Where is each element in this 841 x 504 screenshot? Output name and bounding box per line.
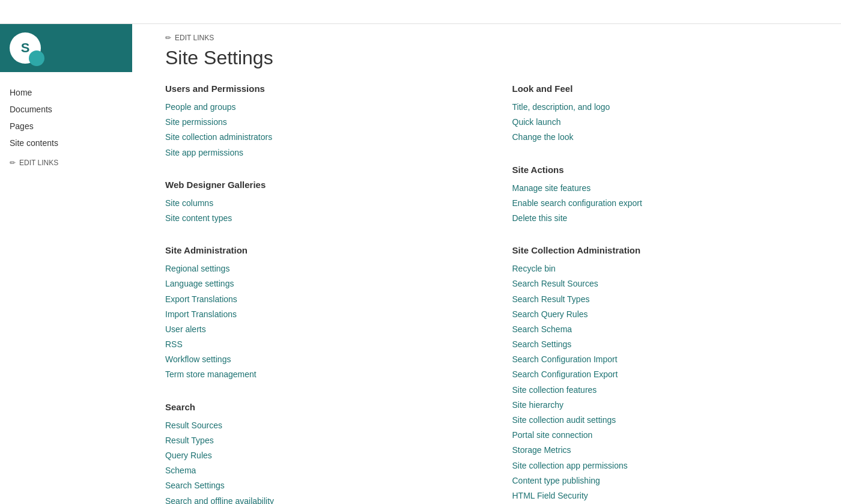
sidebar-nav: HomeDocumentsPagesSite contents [0, 84, 147, 151]
link-search-and-offline-availability[interactable]: Search and offline availability [165, 494, 476, 504]
link-rss[interactable]: RSS [165, 337, 476, 352]
main-content: ✏ EDIT LINKS Site Settings Users and Per… [147, 24, 841, 504]
sidebar: S HomeDocumentsPagesSite contents ✏ EDIT… [0, 24, 147, 504]
section-title: Web Designer Galleries [165, 180, 476, 190]
link-regional-settings[interactable]: Regional settings [165, 261, 476, 276]
section-links: People and groupsSite permissionsSite co… [165, 100, 476, 160]
settings-right-column: Look and FeelTitle, description, and log… [512, 83, 824, 504]
link-site-hierarchy[interactable]: Site hierarchy [512, 398, 824, 413]
sidebar-edit-links-label: EDIT LINKS [19, 159, 58, 167]
section-links: Recycle binSearch Result SourcesSearch R… [512, 261, 824, 504]
link-site-columns[interactable]: Site columns [165, 196, 476, 211]
link-result-types[interactable]: Result Types [165, 433, 476, 448]
top-bar [0, 0, 841, 24]
link-search-configuration-import[interactable]: Search Configuration Import [512, 352, 824, 367]
section-links: Manage site featuresEnable search config… [512, 181, 824, 226]
link-result-sources[interactable]: Result Sources [165, 418, 476, 433]
link-site-content-types[interactable]: Site content types [165, 211, 476, 226]
link-site-collection-audit-settings[interactable]: Site collection audit settings [512, 413, 824, 428]
link-title,-description,-and-logo[interactable]: Title, description, and logo [512, 100, 824, 115]
link-query-rules[interactable]: Query Rules [165, 448, 476, 463]
link-recycle-bin[interactable]: Recycle bin [512, 261, 824, 276]
section-title: Site Actions [512, 165, 824, 175]
sidebar-item-documents[interactable]: Documents [10, 101, 138, 118]
link-change-the-look[interactable]: Change the look [512, 130, 824, 145]
link-search-result-types[interactable]: Search Result Types [512, 292, 824, 307]
link-import-translations[interactable]: Import Translations [165, 307, 476, 322]
sidebar-item-pages[interactable]: Pages [10, 118, 138, 135]
link-search-settings[interactable]: Search Settings [512, 337, 824, 352]
section-links: Regional settingsLanguage settingsExport… [165, 261, 476, 383]
link-delete-this-site[interactable]: Delete this site [512, 211, 824, 226]
section-links: Title, description, and logoQuick launch… [512, 100, 824, 145]
section-look-and-feel: Look and FeelTitle, description, and log… [512, 83, 824, 145]
sharepoint-logo: S [10, 32, 41, 64]
pencil-icon-top: ✏ [165, 34, 171, 42]
settings-grid: Users and PermissionsPeople and groupsSi… [165, 83, 823, 504]
section-title: Look and Feel [512, 83, 824, 94]
page-header: ✏ EDIT LINKS Site Settings [165, 24, 823, 83]
section-web-designer-galleries: Web Designer GalleriesSite columnsSite c… [165, 180, 476, 226]
link-workflow-settings[interactable]: Workflow settings [165, 352, 476, 367]
link-site-collection-app-permissions[interactable]: Site collection app permissions [512, 458, 824, 473]
link-language-settings[interactable]: Language settings [165, 276, 476, 291]
section-title: Site Collection Administration [512, 245, 824, 255]
section-title: Search [165, 402, 476, 412]
link-site-collection-features[interactable]: Site collection features [512, 383, 824, 398]
pencil-icon: ✏ [10, 159, 16, 167]
section-site-actions: Site ActionsManage site featuresEnable s… [512, 165, 824, 226]
link-schema[interactable]: Schema [165, 463, 476, 478]
link-search-schema[interactable]: Search Schema [512, 322, 824, 337]
link-storage-metrics[interactable]: Storage Metrics [512, 443, 824, 458]
section-users-and-permissions: Users and PermissionsPeople and groupsSi… [165, 83, 476, 160]
section-search: SearchResult SourcesResult TypesQuery Ru… [165, 402, 476, 504]
link-enable-search-configuration-export[interactable]: Enable search configuration export [512, 196, 824, 211]
link-quick-launch[interactable]: Quick launch [512, 115, 824, 130]
section-site-collection-administration: Site Collection AdministrationRecycle bi… [512, 245, 824, 504]
section-title: Users and Permissions [165, 83, 476, 94]
edit-links-top[interactable]: ✏ EDIT LINKS [165, 34, 823, 42]
settings-left-column: Users and PermissionsPeople and groupsSi… [165, 83, 476, 504]
section-title: Site Administration [165, 245, 476, 255]
link-people-and-groups[interactable]: People and groups [165, 100, 476, 115]
link-term-store-management[interactable]: Term store management [165, 367, 476, 382]
link-export-translations[interactable]: Export Translations [165, 292, 476, 307]
link-user-alerts[interactable]: User alerts [165, 322, 476, 337]
edit-links-top-label: EDIT LINKS [175, 34, 214, 42]
logo-area: S [0, 24, 132, 72]
section-site-administration: Site AdministrationRegional settingsLang… [165, 245, 476, 383]
sidebar-item-site-contents[interactable]: Site contents [10, 135, 138, 151]
page-title: Site Settings [165, 47, 823, 69]
section-links: Result SourcesResult TypesQuery RulesSch… [165, 418, 476, 504]
section-links: Site columnsSite content types [165, 196, 476, 226]
link-search-query-rules[interactable]: Search Query Rules [512, 307, 824, 322]
link-content-type-publishing[interactable]: Content type publishing [512, 473, 824, 488]
sidebar-item-home[interactable]: Home [10, 84, 138, 101]
link-portal-site-connection[interactable]: Portal site connection [512, 428, 824, 443]
link-manage-site-features[interactable]: Manage site features [512, 181, 824, 196]
link-site-permissions[interactable]: Site permissions [165, 115, 476, 130]
link-search-configuration-export[interactable]: Search Configuration Export [512, 367, 824, 382]
link-site-collection-administrators[interactable]: Site collection administrators [165, 130, 476, 145]
sidebar-edit-links[interactable]: ✏ EDIT LINKS [0, 151, 147, 174]
link-search-settings[interactable]: Search Settings [165, 478, 476, 493]
link-site-app-permissions[interactable]: Site app permissions [165, 145, 476, 160]
link-search-result-sources[interactable]: Search Result Sources [512, 276, 824, 291]
link-html-field-security[interactable]: HTML Field Security [512, 488, 824, 503]
